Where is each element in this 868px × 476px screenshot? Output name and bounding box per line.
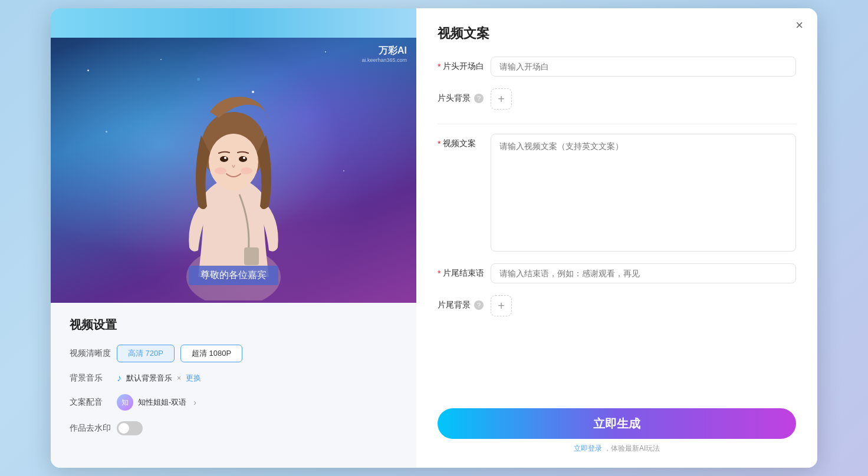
svg-point-8	[241, 167, 252, 174]
footer-bg-label-text: 片尾背景	[438, 300, 471, 310]
video-script-form-group: * 视频文案	[438, 134, 796, 252]
modal: ×	[51, 8, 817, 468]
video-script-label-text: 视频文案	[443, 138, 476, 149]
right-panel: 视频文案 * 片头开场白 片头背景 ? +	[416, 8, 817, 468]
header-bg-help-icon[interactable]: ?	[474, 94, 484, 103]
script-required: *	[438, 139, 440, 148]
opening-form-group: * 片头开场白	[438, 57, 796, 77]
video-script-textarea[interactable]	[491, 134, 796, 252]
login-hint: 立即登录 ，体验最新AI玩法	[438, 444, 796, 454]
video-preview: 万彩AI ai.keerhan365.com	[51, 8, 416, 303]
quality-1080p-button[interactable]: 超清 1080P	[180, 345, 242, 362]
ending-input[interactable]	[491, 263, 796, 283]
watermark-label: 作品去水印	[70, 423, 117, 434]
header-bg-label: 片头背景 ?	[438, 88, 491, 104]
watermark-setting-row: 作品去水印	[70, 421, 397, 435]
music-name: 默认背景音乐	[126, 373, 172, 384]
voice-setting-row: 文案配音 知 知性姐姐-双语 ›	[70, 394, 397, 411]
quality-setting-row: 视频清晰度 高清 720P 超清 1080P	[70, 345, 397, 362]
modal-overlay: ×	[0, 0, 868, 476]
svg-point-5	[224, 157, 226, 159]
ending-form-group: * 片尾结束语	[438, 263, 796, 283]
svg-point-2	[209, 134, 258, 190]
ending-required: *	[438, 269, 440, 278]
generate-button[interactable]: 立即生成	[438, 408, 796, 439]
quality-720p-button[interactable]: 高清 720P	[117, 345, 175, 362]
footer-bg-label: 片尾背景 ?	[438, 295, 491, 310]
divider	[438, 124, 796, 124]
video-top-bar	[51, 8, 416, 38]
footer-bg-help-icon[interactable]: ?	[474, 300, 484, 310]
video-main: 万彩AI ai.keerhan365.com	[51, 38, 416, 303]
footer-bg-form-group: 片尾背景 ? +	[438, 295, 796, 316]
opening-required: *	[438, 62, 440, 71]
settings-title: 视频设置	[70, 317, 397, 333]
svg-point-4	[239, 156, 247, 162]
svg-point-6	[243, 157, 245, 159]
opening-label-text: 片头开场白	[443, 61, 484, 72]
right-panel-title: 视频文案	[438, 25, 796, 42]
header-bg-label-text: 片头背景	[438, 93, 471, 104]
svg-point-3	[220, 156, 228, 162]
opening-input[interactable]	[491, 57, 796, 77]
watermark-text: 万彩AI	[361, 45, 407, 57]
video-script-label: * 视频文案	[438, 134, 491, 149]
music-icon: ♪	[117, 373, 121, 384]
quality-label: 视频清晰度	[70, 348, 117, 359]
login-hint-text: ，体验最新AI玩法	[604, 444, 660, 452]
voice-arrow-icon: ›	[193, 398, 196, 407]
music-setting-row: 背景音乐 ♪ 默认背景音乐 × 更换	[70, 373, 397, 384]
voice-row[interactable]: 知 知性姐姐-双语 ›	[117, 394, 196, 411]
music-row: ♪ 默认背景音乐 × 更换	[117, 373, 201, 384]
left-panel: 万彩AI ai.keerhan365.com	[51, 8, 416, 468]
header-bg-form-group: 片头背景 ? +	[438, 88, 796, 110]
login-link[interactable]: 立即登录	[574, 444, 602, 452]
voice-avatar: 知	[117, 394, 133, 411]
svg-rect-9	[244, 247, 259, 265]
ending-label: * 片尾结束语	[438, 263, 491, 279]
video-watermark: 万彩AI ai.keerhan365.com	[361, 45, 407, 63]
svg-point-7	[215, 167, 226, 174]
footer-bg-add-button[interactable]: +	[491, 295, 512, 316]
music-change-button[interactable]: 更换	[186, 373, 201, 384]
watermark-sub: ai.keerhan365.com	[361, 57, 407, 63]
header-bg-add-button[interactable]: +	[491, 88, 512, 110]
music-remove-button[interactable]: ×	[177, 374, 181, 382]
video-settings-section: 视频设置 视频清晰度 高清 720P 超清 1080P 背景音乐 ♪ 默认背景音…	[51, 303, 416, 446]
opening-label: * 片头开场白	[438, 57, 491, 72]
watermark-toggle-area	[117, 421, 143, 435]
watermark-toggle[interactable]	[117, 421, 143, 435]
voice-name: 知性姐姐-双语	[138, 397, 186, 408]
video-subtitle: 尊敬的各位嘉宾	[189, 266, 278, 285]
music-label: 背景音乐	[70, 373, 117, 384]
ending-label-text: 片尾结束语	[443, 268, 484, 279]
close-button[interactable]: ×	[795, 19, 803, 32]
voice-label: 文案配音	[70, 397, 117, 408]
